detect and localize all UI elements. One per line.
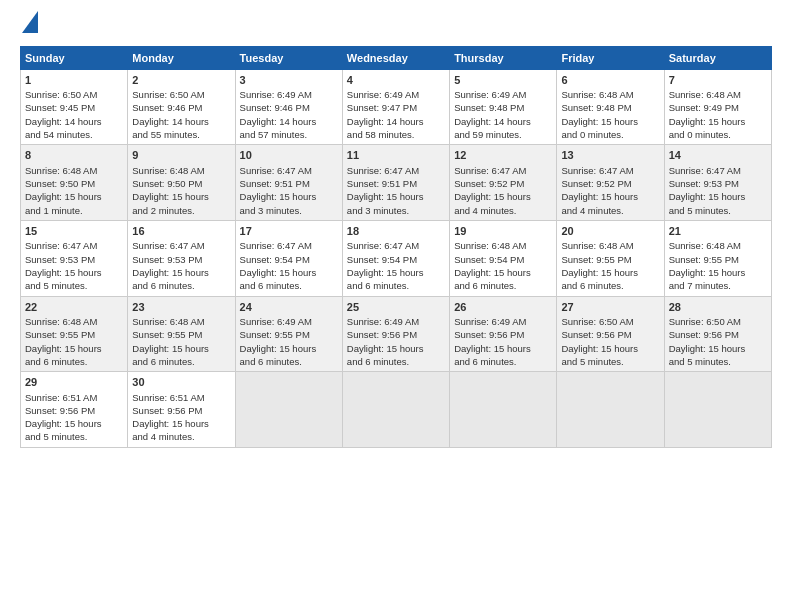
day-number: 27 <box>561 300 659 315</box>
cell-info-line: Sunrise: 6:51 AM <box>132 391 230 404</box>
cell-info-line: Sunset: 9:51 PM <box>240 177 338 190</box>
cell-info-line: and 5 minutes. <box>25 279 123 292</box>
cell-info-line: Daylight: 15 hours <box>240 190 338 203</box>
calendar-cell: 23Sunrise: 6:48 AMSunset: 9:55 PMDayligh… <box>128 296 235 372</box>
calendar-cell: 20Sunrise: 6:48 AMSunset: 9:55 PMDayligh… <box>557 220 664 296</box>
day-number: 19 <box>454 224 552 239</box>
calendar-cell <box>557 372 664 448</box>
calendar-cell: 6Sunrise: 6:48 AMSunset: 9:48 PMDaylight… <box>557 69 664 145</box>
logo-icon <box>22 11 38 33</box>
cell-info-line: Daylight: 15 hours <box>561 115 659 128</box>
cell-info-line: and 5 minutes. <box>25 430 123 443</box>
day-number: 21 <box>669 224 767 239</box>
day-number: 24 <box>240 300 338 315</box>
calendar-cell <box>235 372 342 448</box>
calendar-table: SundayMondayTuesdayWednesdayThursdayFrid… <box>20 46 772 448</box>
calendar-cell <box>342 372 449 448</box>
cell-info-line: and 0 minutes. <box>669 128 767 141</box>
cell-info-line: Sunrise: 6:47 AM <box>240 164 338 177</box>
day-number: 30 <box>132 375 230 390</box>
cell-info-line: Sunrise: 6:49 AM <box>347 88 445 101</box>
calendar-cell: 24Sunrise: 6:49 AMSunset: 9:55 PMDayligh… <box>235 296 342 372</box>
cell-info-line: and 5 minutes. <box>561 355 659 368</box>
cell-info-line: Daylight: 15 hours <box>240 342 338 355</box>
logo <box>20 16 38 36</box>
cell-info-line: Sunrise: 6:48 AM <box>132 164 230 177</box>
cell-info-line: and 1 minute. <box>25 204 123 217</box>
calendar-cell: 10Sunrise: 6:47 AMSunset: 9:51 PMDayligh… <box>235 145 342 221</box>
cell-info-line: Sunrise: 6:50 AM <box>561 315 659 328</box>
cell-info-line: Daylight: 15 hours <box>347 190 445 203</box>
cell-info-line: and 54 minutes. <box>25 128 123 141</box>
cell-info-line: Daylight: 15 hours <box>669 342 767 355</box>
cell-info-line: Daylight: 14 hours <box>240 115 338 128</box>
cell-info-line: and 6 minutes. <box>240 279 338 292</box>
cell-info-line: Sunset: 9:48 PM <box>561 101 659 114</box>
day-number: 23 <box>132 300 230 315</box>
cell-info-line: Daylight: 14 hours <box>25 115 123 128</box>
cell-info-line: Sunset: 9:55 PM <box>669 253 767 266</box>
cell-info-line: Sunset: 9:46 PM <box>132 101 230 114</box>
cell-info-line: Sunset: 9:49 PM <box>669 101 767 114</box>
cell-info-line: Daylight: 14 hours <box>132 115 230 128</box>
calendar-cell: 1Sunrise: 6:50 AMSunset: 9:45 PMDaylight… <box>21 69 128 145</box>
cell-info-line: Sunrise: 6:47 AM <box>347 164 445 177</box>
day-number: 12 <box>454 148 552 163</box>
day-number: 7 <box>669 73 767 88</box>
cell-info-line: Daylight: 15 hours <box>132 417 230 430</box>
day-number: 9 <box>132 148 230 163</box>
cell-info-line: Daylight: 15 hours <box>132 342 230 355</box>
cell-info-line: Sunrise: 6:48 AM <box>561 88 659 101</box>
calendar-cell: 7Sunrise: 6:48 AMSunset: 9:49 PMDaylight… <box>664 69 771 145</box>
calendar-cell: 19Sunrise: 6:48 AMSunset: 9:54 PMDayligh… <box>450 220 557 296</box>
cell-info-line: Sunset: 9:54 PM <box>347 253 445 266</box>
day-number: 22 <box>25 300 123 315</box>
cell-info-line: Sunrise: 6:49 AM <box>454 88 552 101</box>
col-header-wednesday: Wednesday <box>342 46 449 69</box>
cell-info-line: and 5 minutes. <box>669 204 767 217</box>
cell-info-line: Sunrise: 6:47 AM <box>454 164 552 177</box>
cell-info-line: Daylight: 15 hours <box>347 266 445 279</box>
cell-info-line: Sunset: 9:45 PM <box>25 101 123 114</box>
cell-info-line: and 57 minutes. <box>240 128 338 141</box>
day-number: 25 <box>347 300 445 315</box>
calendar-cell: 4Sunrise: 6:49 AMSunset: 9:47 PMDaylight… <box>342 69 449 145</box>
cell-info-line: and 6 minutes. <box>132 355 230 368</box>
cell-info-line: Daylight: 15 hours <box>669 266 767 279</box>
cell-info-line: and 2 minutes. <box>132 204 230 217</box>
cell-info-line: and 55 minutes. <box>132 128 230 141</box>
calendar-cell: 13Sunrise: 6:47 AMSunset: 9:52 PMDayligh… <box>557 145 664 221</box>
day-number: 1 <box>25 73 123 88</box>
calendar-cell: 14Sunrise: 6:47 AMSunset: 9:53 PMDayligh… <box>664 145 771 221</box>
cell-info-line: Sunset: 9:56 PM <box>347 328 445 341</box>
day-number: 20 <box>561 224 659 239</box>
day-number: 13 <box>561 148 659 163</box>
col-header-friday: Friday <box>557 46 664 69</box>
cell-info-line: Sunrise: 6:51 AM <box>25 391 123 404</box>
cell-info-line: and 6 minutes. <box>454 279 552 292</box>
cell-info-line: Daylight: 15 hours <box>25 417 123 430</box>
cell-info-line: Daylight: 14 hours <box>347 115 445 128</box>
day-number: 14 <box>669 148 767 163</box>
calendar-cell: 22Sunrise: 6:48 AMSunset: 9:55 PMDayligh… <box>21 296 128 372</box>
table-row: 29Sunrise: 6:51 AMSunset: 9:56 PMDayligh… <box>21 372 772 448</box>
table-header-row: SundayMondayTuesdayWednesdayThursdayFrid… <box>21 46 772 69</box>
cell-info-line: Sunset: 9:53 PM <box>669 177 767 190</box>
cell-info-line: Sunset: 9:55 PM <box>25 328 123 341</box>
col-header-sunday: Sunday <box>21 46 128 69</box>
cell-info-line: Sunrise: 6:50 AM <box>669 315 767 328</box>
cell-info-line: Sunset: 9:54 PM <box>240 253 338 266</box>
cell-info-line: Sunrise: 6:49 AM <box>347 315 445 328</box>
cell-info-line: Daylight: 15 hours <box>132 266 230 279</box>
cell-info-line: and 7 minutes. <box>669 279 767 292</box>
calendar-cell: 21Sunrise: 6:48 AMSunset: 9:55 PMDayligh… <box>664 220 771 296</box>
cell-info-line: Sunset: 9:51 PM <box>347 177 445 190</box>
cell-info-line: Sunset: 9:46 PM <box>240 101 338 114</box>
calendar-cell: 12Sunrise: 6:47 AMSunset: 9:52 PMDayligh… <box>450 145 557 221</box>
calendar-cell: 26Sunrise: 6:49 AMSunset: 9:56 PMDayligh… <box>450 296 557 372</box>
cell-info-line: and 3 minutes. <box>347 204 445 217</box>
svg-marker-0 <box>22 11 38 33</box>
cell-info-line: and 4 minutes. <box>132 430 230 443</box>
day-number: 10 <box>240 148 338 163</box>
calendar-cell: 17Sunrise: 6:47 AMSunset: 9:54 PMDayligh… <box>235 220 342 296</box>
